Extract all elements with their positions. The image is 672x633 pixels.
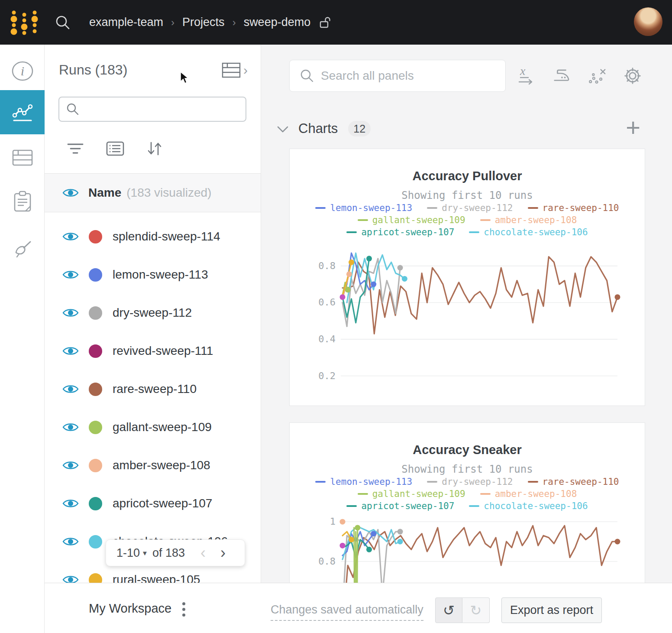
top-navigation-bar: example-team › Projects › sweep-demo bbox=[0, 0, 672, 45]
chart-plot-area[interactable]: 0.80.60.40.2 bbox=[290, 240, 645, 402]
run-name[interactable]: apricot-sweep-107 bbox=[113, 497, 212, 510]
chart-panel[interactable]: Accuracy PulloverShowing first 10 runsle… bbox=[289, 149, 645, 406]
save-status-text: Changes saved automatically bbox=[271, 603, 423, 621]
eye-icon[interactable] bbox=[62, 460, 79, 471]
legend-item[interactable]: rare-sweep-110 bbox=[528, 202, 619, 214]
run-name[interactable]: rural-sweep-105 bbox=[113, 573, 200, 583]
runs-list-header: Name (183 visualized) bbox=[45, 173, 261, 212]
runs-search-input[interactable] bbox=[84, 103, 240, 116]
search-icon[interactable] bbox=[55, 14, 71, 31]
chart-legend-row: apricot-sweep-107chocolate-sweep-106 bbox=[290, 500, 645, 512]
legend-item[interactable]: apricot-sweep-107 bbox=[346, 500, 454, 512]
eye-icon[interactable] bbox=[62, 231, 79, 242]
chart-subtitle: Showing first 10 runs bbox=[290, 189, 645, 201]
run-color-dot bbox=[89, 344, 102, 358]
breadcrumb-team[interactable]: example-team bbox=[89, 16, 163, 29]
series-line-dry-sweep-112 bbox=[342, 259, 400, 327]
sidebar-item-sweeps[interactable] bbox=[0, 227, 45, 272]
legend-item[interactable]: lemon-sweep-113 bbox=[315, 202, 412, 214]
chart-panel[interactable]: Accuracy SneakerShowing first 10 runslem… bbox=[289, 422, 645, 583]
legend-item[interactable]: gallant-sweep-109 bbox=[358, 488, 465, 500]
legend-item[interactable]: dry-sweep-112 bbox=[427, 202, 513, 214]
chevron-down-icon[interactable] bbox=[277, 126, 289, 133]
runs-toolbar bbox=[66, 141, 163, 156]
workspace-name[interactable]: My Workspace bbox=[89, 601, 171, 616]
wandb-logo[interactable] bbox=[10, 9, 40, 36]
pagination-caret-icon[interactable]: ▼ bbox=[142, 549, 148, 557]
run-color-dot bbox=[89, 383, 102, 396]
x-axis-settings-icon[interactable]: x bbox=[517, 65, 536, 86]
runs-table-icon bbox=[222, 62, 241, 78]
info-icon: i bbox=[11, 60, 34, 82]
expand-runs-table-button[interactable]: › bbox=[222, 62, 248, 78]
runs-header-name[interactable]: Name bbox=[88, 186, 121, 200]
eye-icon[interactable] bbox=[62, 307, 79, 318]
run-name[interactable]: lemon-sweep-113 bbox=[113, 268, 208, 282]
run-name[interactable]: revived-sweep-111 bbox=[113, 344, 213, 358]
chart-plot-area[interactable]: 10.80.6 bbox=[290, 514, 645, 583]
run-name[interactable]: dry-sweep-112 bbox=[113, 306, 192, 320]
list-settings-icon[interactable] bbox=[106, 141, 124, 156]
legend-label: amber-sweep-108 bbox=[495, 488, 577, 500]
eye-icon[interactable] bbox=[62, 383, 79, 395]
eye-icon[interactable] bbox=[62, 187, 79, 198]
legend-item[interactable]: lemon-sweep-113 bbox=[315, 476, 412, 487]
legend-item[interactable]: rare-sweep-110 bbox=[528, 476, 619, 487]
y-axis-tick-label: 0.6 bbox=[318, 297, 336, 308]
breadcrumb-project[interactable]: sweep-demo bbox=[244, 16, 311, 29]
legend-item[interactable]: amber-sweep-108 bbox=[480, 214, 577, 226]
pagination-prev-button[interactable]: ‹ bbox=[200, 546, 206, 559]
breadcrumb-separator-icon: › bbox=[171, 16, 174, 29]
eye-icon[interactable] bbox=[62, 345, 79, 357]
legend-item[interactable]: chocolate-sweep-106 bbox=[469, 500, 588, 512]
run-color-dot bbox=[89, 573, 102, 583]
line-chart-icon bbox=[10, 101, 35, 123]
table-icon bbox=[12, 149, 33, 166]
eye-icon[interactable] bbox=[62, 269, 79, 280]
kebab-menu-icon[interactable] bbox=[182, 600, 186, 619]
eye-icon[interactable] bbox=[62, 422, 79, 433]
run-name[interactable]: gallant-sweep-109 bbox=[113, 420, 212, 434]
run-color-dot bbox=[89, 421, 102, 434]
legend-item[interactable]: apricot-sweep-107 bbox=[346, 227, 454, 238]
legend-item[interactable]: gallant-sweep-109 bbox=[358, 214, 465, 226]
export-report-button[interactable]: Export as report bbox=[501, 597, 602, 623]
run-row: dry-sweep-112 bbox=[45, 294, 261, 332]
legend-item[interactable]: chocolate-sweep-106 bbox=[469, 227, 588, 238]
sidebar-item-notes[interactable] bbox=[0, 180, 45, 224]
legend-label: dry-sweep-112 bbox=[442, 476, 513, 487]
sort-icon[interactable] bbox=[146, 141, 163, 156]
undo-button[interactable]: ↺ bbox=[435, 597, 462, 623]
add-panel-button[interactable]: + bbox=[626, 115, 640, 140]
avatar[interactable] bbox=[634, 7, 662, 36]
breadcrumb-projects[interactable]: Projects bbox=[182, 16, 225, 29]
charts-section-label[interactable]: Charts bbox=[298, 121, 338, 136]
y-axis-tick-label: 0.8 bbox=[318, 260, 336, 271]
run-row: rare-sweep-110 bbox=[45, 370, 261, 408]
series-line-gallant-sweep-109 bbox=[354, 528, 358, 583]
gear-icon[interactable] bbox=[623, 65, 642, 86]
undo-redo-group: ↺ ↻ bbox=[435, 597, 490, 623]
legend-dash-icon bbox=[480, 493, 491, 495]
legend-label: gallant-sweep-109 bbox=[372, 214, 465, 226]
eye-icon[interactable] bbox=[62, 498, 79, 509]
sidebar-item-charts[interactable] bbox=[0, 90, 45, 134]
sidebar-item-table[interactable] bbox=[0, 136, 45, 180]
run-name[interactable]: splendid-sweep-114 bbox=[113, 230, 220, 243]
eye-icon[interactable] bbox=[62, 574, 79, 583]
pagination-range[interactable]: 1-10 bbox=[116, 546, 140, 560]
outliers-icon[interactable] bbox=[588, 65, 607, 86]
run-name[interactable]: amber-sweep-108 bbox=[113, 458, 210, 472]
sidebar-item-overview[interactable]: i bbox=[0, 49, 45, 93]
legend-item[interactable]: amber-sweep-108 bbox=[480, 488, 577, 500]
run-color-dot bbox=[89, 230, 102, 243]
legend-item[interactable]: dry-sweep-112 bbox=[427, 476, 513, 487]
run-name[interactable]: rare-sweep-110 bbox=[113, 382, 197, 396]
eye-icon[interactable] bbox=[62, 536, 79, 547]
smoothing-iron-icon[interactable] bbox=[552, 65, 571, 86]
chevron-right-icon: › bbox=[243, 64, 248, 77]
pagination-next-button[interactable]: › bbox=[220, 546, 226, 559]
panel-search-input[interactable] bbox=[321, 69, 494, 83]
legend-label: amber-sweep-108 bbox=[495, 214, 577, 226]
filter-icon[interactable] bbox=[66, 142, 84, 156]
